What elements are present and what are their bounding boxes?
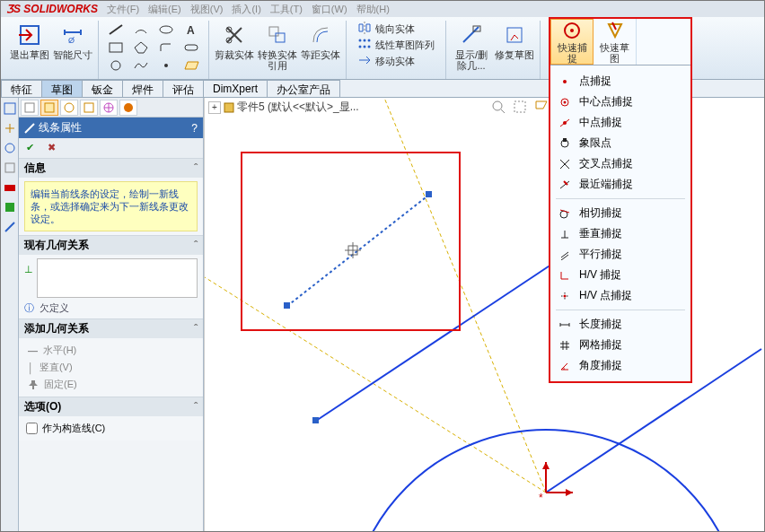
svg-point-16 xyxy=(368,39,371,42)
svg-text:*: * xyxy=(539,492,543,504)
hv-point-snap-icon xyxy=(558,290,572,302)
add-fix-button[interactable]: 固定(E) xyxy=(24,376,198,393)
snap-length[interactable]: 长度捕捉 xyxy=(556,314,685,335)
trim-icon xyxy=(222,22,247,48)
section-existing-header[interactable]: 现有几何关系ˆ xyxy=(19,236,203,255)
linear-pattern-icon xyxy=(357,38,372,52)
snap-tangent[interactable]: 相切捕捉 xyxy=(556,203,685,223)
convert-button[interactable]: 转换实体引用 xyxy=(256,21,299,73)
snap-intersection[interactable]: 交叉点捕捉 xyxy=(556,153,685,174)
repair-button[interactable]: 修复草图 xyxy=(493,21,536,62)
section-add-header[interactable]: 添加几何关系ˆ xyxy=(19,319,203,338)
svg-point-41 xyxy=(5,144,14,153)
dtree-tab[interactable] xyxy=(100,100,118,116)
vstrip-icon[interactable] xyxy=(3,121,17,135)
dtree-tab[interactable] xyxy=(40,100,58,116)
polygon-tool[interactable] xyxy=(131,40,151,55)
smart-dimension-button[interactable]: Ø 智能尺寸 xyxy=(51,21,94,62)
section-info-header[interactable]: 信息ˆ xyxy=(19,159,203,178)
dtree-tab[interactable] xyxy=(80,100,98,116)
slot-tool[interactable] xyxy=(181,40,201,55)
arc-tool[interactable] xyxy=(131,22,151,37)
tab-office[interactable]: 办公室产品 xyxy=(267,80,340,97)
add-horizontal-button[interactable]: —水平(H) xyxy=(24,342,198,359)
help-button[interactable]: ? xyxy=(191,122,198,135)
snap-center[interactable]: 中心点捕捉 xyxy=(556,92,685,112)
plane-tool[interactable] xyxy=(181,58,201,73)
fillet-tool[interactable] xyxy=(156,40,176,55)
svg-point-15 xyxy=(364,39,366,42)
cancel-button[interactable]: ✖ xyxy=(48,142,62,154)
quick-snap-icon xyxy=(559,21,585,40)
vstrip-icon[interactable] xyxy=(3,200,17,214)
snap-hv-point[interactable]: H/V 点捕捉 xyxy=(556,285,685,306)
vstrip-icon[interactable] xyxy=(3,161,17,175)
menu-window[interactable]: 窗口(W) xyxy=(308,3,351,16)
svg-point-4 xyxy=(111,61,120,70)
quadrant-snap-icon xyxy=(558,137,572,150)
tab-weldment[interactable]: 焊件 xyxy=(122,80,163,97)
left-toolstrip xyxy=(1,98,19,531)
snap-nearest[interactable]: 最近端捕捉 xyxy=(556,174,685,195)
snap-parallel[interactable]: 平行捕捉 xyxy=(556,244,685,265)
dtree-tab[interactable] xyxy=(21,100,39,116)
offset-button[interactable]: 等距实体 xyxy=(299,21,342,62)
intersection-snap-icon xyxy=(558,158,572,170)
tab-evaluate[interactable]: 评估 xyxy=(163,80,204,97)
rectangle-tool[interactable] xyxy=(106,40,126,55)
vstrip-icon[interactable] xyxy=(3,220,17,234)
snap-point[interactable]: 点捕捉 xyxy=(556,71,685,92)
draw-tools-grid: A xyxy=(102,21,205,76)
tab-dimxpert[interactable]: DimXpert xyxy=(203,80,268,97)
snap-midpoint[interactable]: 中点捕捉 xyxy=(556,112,685,133)
tab-feature[interactable]: 特征 xyxy=(1,80,42,97)
add-vertical-button[interactable]: │竖直(V) xyxy=(24,359,198,376)
menu-help[interactable]: 帮助(H) xyxy=(353,3,393,16)
snap-quadrant[interactable]: 象限点 xyxy=(556,133,685,153)
quick-snap-flyout: 快速捕捉 快速草图 点捕捉 中心点捕捉 中点捕捉 象限点 交叉点捕捉 最近端捕捉… xyxy=(549,17,692,383)
menu-edit[interactable]: 编辑(E) xyxy=(145,3,185,16)
dtree-tab[interactable] xyxy=(60,100,78,116)
move-button[interactable]: 移动实体 xyxy=(354,53,438,69)
display-delete-button[interactable]: 显示/删除几... xyxy=(450,21,493,73)
rapid-sketch-button[interactable]: 快速草图 xyxy=(594,19,637,65)
ellipse-tool[interactable] xyxy=(156,22,176,37)
linear-pattern-button[interactable]: 线性草图阵列 xyxy=(354,37,438,53)
svg-rect-40 xyxy=(4,103,15,114)
exit-sketch-button[interactable]: 退出草图 xyxy=(8,21,51,62)
point-tool[interactable] xyxy=(156,58,176,73)
section-options-header[interactable]: 选项(O)ˆ xyxy=(19,397,203,416)
existing-relations-list[interactable] xyxy=(37,258,198,298)
vstrip-icon[interactable] xyxy=(3,141,17,155)
perpendicular-snap-icon xyxy=(558,228,572,240)
smart-dimension-icon: Ø xyxy=(60,22,85,48)
snap-angle[interactable]: 角度捕捉 xyxy=(556,355,685,376)
vstrip-icon[interactable] xyxy=(3,101,17,116)
menu-file[interactable]: 文件(F) xyxy=(103,3,143,16)
circle-tool[interactable] xyxy=(106,58,126,73)
snap-perpendicular[interactable]: 垂直捕捉 xyxy=(556,223,685,244)
snap-hv[interactable]: H/V 捕捉 xyxy=(556,265,685,285)
text-tool[interactable]: A xyxy=(181,22,201,37)
trim-button[interactable]: 剪裁实体 xyxy=(213,21,256,62)
construction-line-checkbox[interactable]: 作为构造线(C) xyxy=(24,420,198,437)
svg-rect-43 xyxy=(4,185,15,191)
mirror-button[interactable]: 镜向实体 xyxy=(354,21,438,37)
dtree-tab[interactable] xyxy=(119,100,137,116)
menu-view[interactable]: 视图(V) xyxy=(187,3,227,16)
mirror-label: 镜向实体 xyxy=(375,22,415,36)
vstrip-icon[interactable] xyxy=(3,180,17,195)
menu-insert[interactable]: 插入(I) xyxy=(228,3,264,16)
snap-grid[interactable]: 网格捕捉 xyxy=(556,335,685,355)
spline-tool[interactable] xyxy=(131,58,151,73)
center-snap-icon xyxy=(558,96,572,109)
quick-snap-button[interactable]: 快速捕捉 xyxy=(550,19,594,65)
ok-button[interactable]: ✔ xyxy=(26,142,40,154)
repair-icon xyxy=(502,22,527,48)
menu-tools[interactable]: 工具(T) xyxy=(267,3,306,16)
tab-sheetmetal[interactable]: 钣金 xyxy=(82,80,123,97)
svg-marker-5 xyxy=(135,42,147,53)
tab-sketch[interactable]: 草图 xyxy=(41,80,83,97)
repair-label: 修复草图 xyxy=(495,49,534,60)
line-tool[interactable] xyxy=(106,22,126,37)
